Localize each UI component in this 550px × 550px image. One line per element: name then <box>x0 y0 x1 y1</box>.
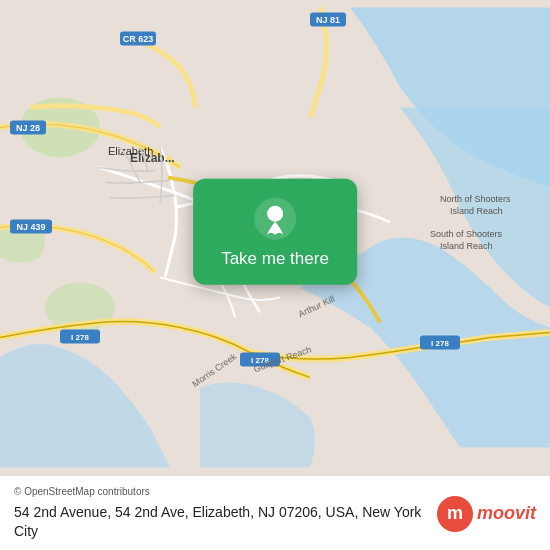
moovit-brand-text: moovit <box>477 503 536 524</box>
bottom-bar: © OpenStreetMap contributors 54 2nd Aven… <box>0 475 550 550</box>
action-card[interactable]: Take me there <box>193 179 357 285</box>
moovit-icon: m <box>437 496 473 532</box>
osm-text: © OpenStreetMap contributors <box>14 486 150 497</box>
svg-text:North of Shooters: North of Shooters <box>440 194 511 204</box>
svg-text:I 278: I 278 <box>71 333 89 342</box>
address-block: © OpenStreetMap contributors 54 2nd Aven… <box>14 486 425 542</box>
svg-text:NJ 28: NJ 28 <box>16 123 40 133</box>
svg-text:Island Reach: Island Reach <box>440 241 493 251</box>
svg-text:South of Shooters: South of Shooters <box>430 229 503 239</box>
app-container: NJ 28 CR 623 NJ 81 NJ 439 I 278 I 278 I … <box>0 0 550 550</box>
osm-attribution: © OpenStreetMap contributors <box>14 486 425 497</box>
svg-text:Elizabeth: Elizabeth <box>108 145 153 157</box>
address-text: 54 2nd Avenue, 54 2nd Ave, Elizabeth, NJ… <box>14 503 425 542</box>
take-me-there-button[interactable]: Take me there <box>221 249 329 269</box>
svg-text:NJ 439: NJ 439 <box>16 222 45 232</box>
svg-text:CR 623: CR 623 <box>123 34 154 44</box>
map-container: NJ 28 CR 623 NJ 81 NJ 439 I 278 I 278 I … <box>0 0 550 475</box>
svg-text:NJ 81: NJ 81 <box>316 15 340 25</box>
svg-text:Island Reach: Island Reach <box>450 206 503 216</box>
moovit-logo[interactable]: m moovit <box>437 496 536 532</box>
svg-point-27 <box>267 206 283 222</box>
location-pin-icon <box>253 197 297 241</box>
svg-text:I 278: I 278 <box>431 339 449 348</box>
moovit-icon-letter: m <box>447 503 463 524</box>
